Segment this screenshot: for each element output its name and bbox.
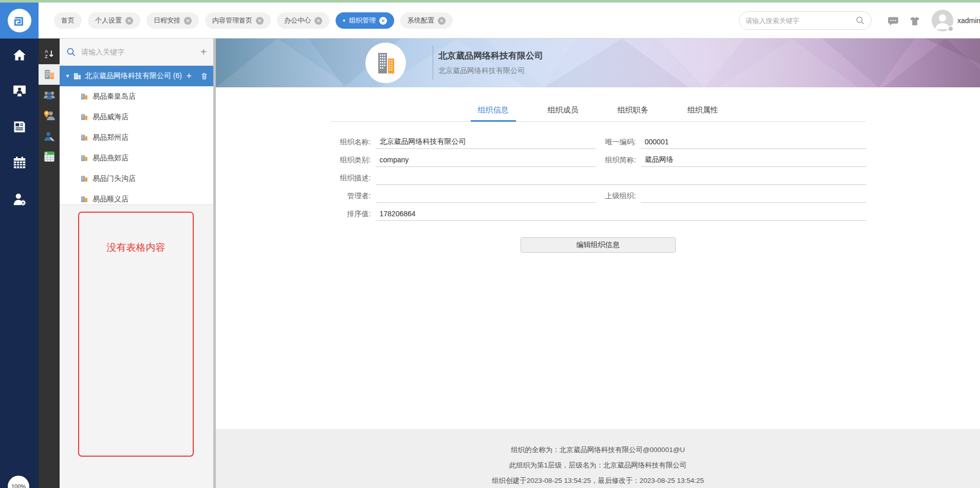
tree-search-bar: + [60,39,213,66]
app-logo[interactable] [0,3,39,39]
org-title: 北京葳品网络科技有限公司 [438,50,543,62]
tab-content-management[interactable]: 内容管理首页 ✕ [205,12,271,29]
building-icon [81,196,88,203]
tree-child-row[interactable]: 易品威海店 [60,107,213,127]
primary-sidebar: 100% [0,39,39,488]
chevron-down-icon[interactable]: ▼ [65,74,70,79]
field-value-manager[interactable] [376,189,596,203]
tab-label: 首页 [61,16,75,25]
zoom-level-badge[interactable]: 100% [8,476,29,488]
tab-organization-management[interactable]: • 组织管理 ✕ [336,12,394,29]
field-label-org-type: 组织类别: [330,156,376,165]
building-icon [81,134,88,141]
svg-text:A: A [45,49,48,54]
add-organization-icon[interactable]: + [200,47,207,57]
global-search-input[interactable] [746,17,856,25]
root-org-label: 北京葳品网络科技有限公司 (6) [85,71,183,81]
field-label-manager: 管理者: [330,192,376,201]
org-meta-footer: 组织的全称为：北京葳品网络科技有限公司@000001@U 此组织为第1层级，层级… [216,429,980,488]
tab-label: 个人设置 [95,16,122,25]
tree-search-input[interactable] [81,48,195,56]
current-username: xadmin [957,16,980,25]
org-dates-line: 组织创建于2023-08-25 13:54:25，最后修改于：2023-08-2… [216,473,980,488]
field-value-parent-org[interactable] [641,189,866,203]
close-icon[interactable]: ✕ [438,17,446,25]
tree-child-row[interactable]: 易品门头沟店 [60,168,213,189]
user-group-icon [43,89,56,101]
tab-org-members[interactable]: 组织成员 [541,100,586,121]
tab-org-info[interactable]: 组织信息 [471,100,516,121]
field-label-org-name: 组织名称: [330,138,376,147]
tab-label: 系统配置 [408,16,434,25]
avatar[interactable] [932,10,953,31]
sidebar-item-home[interactable] [0,48,39,84]
monitor-user-icon [12,84,27,98]
tree-child-row[interactable]: 易品秦皇岛店 [60,86,213,107]
tab-label: 内容管理首页 [212,16,252,25]
field-value-org-type[interactable]: company [376,153,596,167]
org-building-icon [374,50,398,76]
close-icon[interactable]: ✕ [184,17,192,25]
field-value-org-desc[interactable] [376,171,866,185]
calendar-icon [12,156,27,170]
strip-item-organizations[interactable] [39,64,60,85]
close-icon[interactable]: ✕ [125,17,133,25]
sidebar-item-calendar[interactable] [0,156,39,192]
banner-divider [433,46,433,80]
org-tree-panel: + ▼ 北京葳品网络科技有限公司 (6) + 易品秦皇岛店 [60,39,213,488]
tree-child-row[interactable]: 易品郑州店 [60,127,213,148]
strip-item-locations[interactable] [39,105,60,126]
field-label-sort-value: 排序值: [330,210,376,219]
delete-org-trash-icon[interactable] [200,72,208,80]
global-search [739,11,872,30]
avatar-status-badge [948,26,954,32]
strip-item-groups[interactable] [39,85,60,105]
org-info-form: 组织名称: 北京葳品网络科技有限公司 唯一编码: 000001 组织类别: co… [330,133,866,253]
tree-empty-zone: 没有表格内容 [60,204,213,488]
close-icon[interactable]: ✕ [379,17,387,25]
module-icon-strip: A Z [39,39,60,488]
tab-personal-settings[interactable]: 个人设置 ✕ [88,12,140,29]
active-dot: • [343,17,345,24]
sidebar-item-user-admin[interactable] [0,192,39,228]
org-level-line: 此组织为第1层级，层级名为：北京葳品网络科技有限公司 [216,458,980,473]
theme-shirt-icon[interactable] [909,15,920,27]
tab-org-attributes[interactable]: 组织属性 [680,100,726,121]
tree-child-row[interactable]: 易品燕郊店 [60,148,213,168]
building-icon [73,72,81,80]
field-value-unique-code[interactable]: 000001 [641,135,866,149]
sidebar-item-news[interactable] [0,120,39,156]
field-value-org-short-name[interactable]: 葳品网络 [641,153,866,167]
org-label: 易品顺义店 [93,195,128,204]
tree-root-row[interactable]: ▼ 北京葳品网络科技有限公司 (6) + [60,66,213,86]
add-child-org-icon[interactable]: + [186,71,192,81]
search-icon[interactable] [856,16,865,25]
edit-org-info-button[interactable]: 编辑组织信息 [521,237,676,253]
main-content: 北京葳品网络科技有限公司 北京葳品网络科技有限公司 组织信息 组织成员 组织职务… [216,39,980,488]
strip-item-sort[interactable]: A Z [39,44,60,64]
tab-home[interactable]: 首页 [54,12,82,29]
org-banner: 北京葳品网络科技有限公司 北京葳品网络科技有限公司 [216,39,980,87]
org-label: 易品门头沟店 [93,174,136,183]
svg-text:Z: Z [45,54,48,59]
tab-org-positions[interactable]: 组织职务 [611,100,656,121]
tab-office-center[interactable]: 办公中心 ✕ [277,12,329,29]
logo-circle [8,9,31,32]
strip-item-spreadsheet[interactable] [39,146,60,167]
org-subtitle: 北京葳品网络科技有限公司 [438,66,525,76]
top-bar: 首页 个人设置 ✕ 日程安排 ✕ 内容管理首页 ✕ 办公中心 ✕ • 组织管理 … [0,3,980,39]
messages-icon[interactable] [887,15,899,27]
field-value-org-name[interactable]: 北京葳品网络科技有限公司 [376,135,596,149]
field-label-org-desc: 组织描述: [330,174,376,183]
sidebar-item-workspace[interactable] [0,84,39,120]
field-value-sort-value[interactable]: 178206864 [376,207,866,221]
close-icon[interactable]: ✕ [315,17,322,25]
user-gear-icon [12,192,27,207]
newspaper-icon [12,120,27,134]
close-icon[interactable]: ✕ [256,17,264,25]
tab-system-config[interactable]: 系统配置 ✕ [400,12,453,29]
tab-schedule[interactable]: 日程安排 ✕ [146,12,199,29]
field-label-org-short-name: 组织简称: [596,156,641,165]
sort-az-icon: A Z [44,48,55,60]
strip-item-user-edit[interactable] [39,126,60,146]
